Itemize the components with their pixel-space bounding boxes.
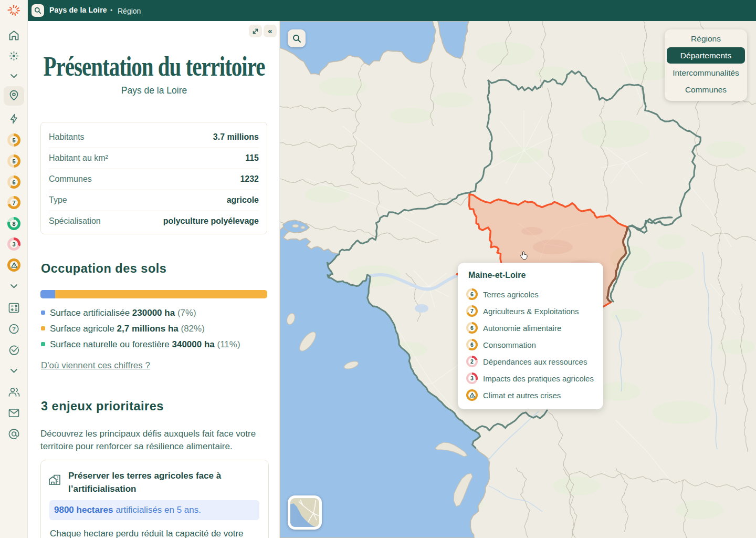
svg-text:?: ? <box>12 326 16 332</box>
